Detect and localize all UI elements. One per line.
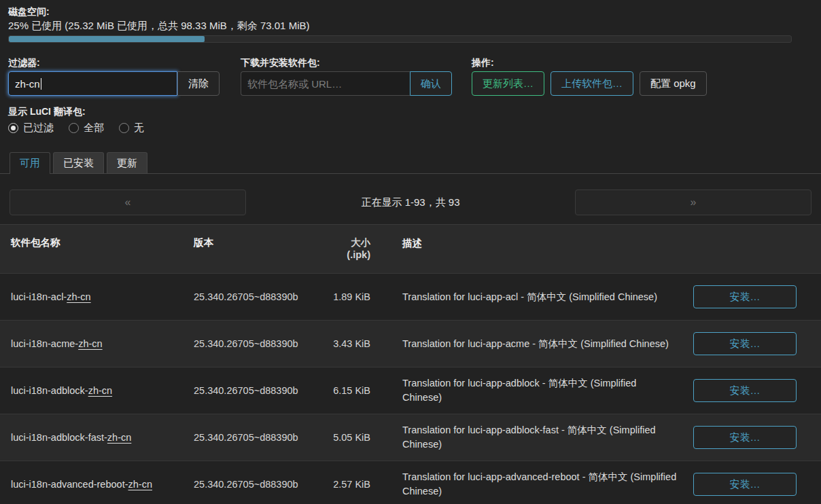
package-version: 25.340.26705~d88390b — [194, 291, 316, 302]
package-description: Translation for luci-app-adblock - 简体中文 … — [381, 376, 693, 405]
radio-icon — [119, 123, 129, 133]
radio-all[interactable]: 全部 — [69, 122, 104, 134]
update-lists-button[interactable]: 更新列表… — [472, 71, 544, 96]
package-name: luci-i18n-acl-zh-cn — [11, 291, 194, 302]
header-version: 版本 — [194, 236, 316, 249]
disk-progress-bar — [8, 35, 792, 43]
download-label: 下载并安装软件包: — [241, 56, 452, 69]
install-button[interactable]: 安装… — [693, 379, 797, 402]
filter-input-value: zh-cn — [15, 78, 40, 90]
package-version: 25.340.26705~d88390b — [194, 432, 316, 443]
header-description: 描述 — [381, 236, 693, 251]
download-group: 下载并安装软件包: 确认 — [241, 56, 452, 96]
disk-space-label: 磁盘空间: — [8, 5, 821, 18]
header-package-name: 软件包名称 — [11, 236, 194, 249]
package-url-input[interactable] — [241, 71, 410, 96]
radio-label: 全部 — [84, 122, 104, 134]
translation-filter-options: 已过滤 全部 无 — [8, 122, 821, 134]
package-size: 2.57 KiB — [316, 479, 381, 490]
package-description: Translation for luci-app-adblock-fast - … — [381, 423, 693, 452]
radio-icon — [8, 123, 18, 133]
header-size: 大小 (.ipk) — [316, 236, 381, 260]
install-button[interactable]: 安装… — [693, 332, 797, 355]
actions-group: 操作: 更新列表… 上传软件包… 配置 opkg — [472, 56, 713, 96]
table-row: luci-i18n-adblock-fast-zh-cn 25.340.2670… — [0, 414, 821, 461]
table-row: luci-i18n-adblock-zh-cn 25.340.26705~d88… — [0, 367, 821, 414]
package-name: luci-i18n-adblock-fast-zh-cn — [11, 432, 194, 443]
radio-label: 已过滤 — [23, 122, 54, 134]
filter-input[interactable]: zh-cn — [8, 71, 177, 96]
package-size: 5.05 KiB — [316, 432, 381, 443]
configure-opkg-button[interactable]: 配置 opkg — [640, 71, 707, 96]
install-button[interactable]: 安装… — [693, 426, 797, 449]
package-description: Translation for luci-app-acl - 简体中文 (Sim… — [381, 290, 693, 304]
disk-space-section: 磁盘空间: 25% 已使用 (25.32 MiB 已使用，总共 98.33 Mi… — [0, 0, 821, 43]
disk-progress-fill — [9, 36, 205, 42]
package-description: Translation for luci-app-acme - 简体中文 (Si… — [381, 337, 693, 351]
package-size: 1.89 KiB — [316, 291, 381, 302]
filter-match: zh-cn — [78, 338, 102, 349]
filter-match: zh-cn — [67, 291, 90, 302]
filter-match: zh-cn — [88, 385, 112, 396]
radio-label: 无 — [134, 122, 144, 134]
table-row: luci-i18n-advanced-reboot-zh-cn 25.340.2… — [0, 461, 821, 504]
radio-icon — [69, 123, 79, 133]
radio-none[interactable]: 无 — [119, 122, 144, 134]
table-header: 软件包名称 版本 大小 (.ipk) 描述 — [0, 225, 821, 274]
package-size: 3.43 KiB — [316, 338, 381, 349]
package-table: 软件包名称 版本 大小 (.ipk) 描述 luci-i18n-acl-zh-c… — [0, 224, 821, 504]
package-name: luci-i18n-adblock-zh-cn — [11, 385, 194, 396]
actions-label: 操作: — [472, 56, 713, 69]
install-button[interactable]: 安装… — [693, 473, 797, 496]
package-name: luci-i18n-advanced-reboot-zh-cn — [11, 479, 194, 490]
table-row: luci-i18n-acme-zh-cn 25.340.26705~d88390… — [0, 321, 821, 367]
translation-filter-label: 显示 LuCI 翻译包: — [8, 105, 821, 118]
clear-filter-button[interactable]: 清除 — [177, 71, 220, 96]
ok-button[interactable]: 确认 — [410, 71, 452, 96]
translation-filter-section: 显示 LuCI 翻译包: 已过滤 全部 无 — [8, 105, 821, 134]
package-name: luci-i18n-acme-zh-cn — [11, 338, 194, 349]
next-page-button[interactable]: » — [575, 190, 811, 215]
tab-installed[interactable]: 已安装 — [53, 152, 104, 173]
package-version: 25.340.26705~d88390b — [194, 479, 316, 490]
filter-group: 过滤器: zh-cn 清除 — [8, 56, 220, 96]
prev-page-button[interactable]: « — [10, 190, 246, 215]
package-size: 6.15 KiB — [316, 385, 381, 396]
tab-bar: 可用 已安装 更新 — [0, 151, 821, 174]
disk-usage-text: 25% 已使用 (25.32 MiB 已使用，总共 98.33 MiB，剩余 7… — [8, 18, 821, 33]
tab-updates[interactable]: 更新 — [107, 152, 147, 173]
package-description: Translation for luci-app-advanced-reboot… — [381, 470, 693, 499]
filter-label: 过滤器: — [8, 56, 220, 69]
text-caret — [41, 78, 41, 90]
radio-filtered[interactable]: 已过滤 — [8, 122, 54, 134]
package-version: 25.340.26705~d88390b — [194, 385, 316, 396]
install-button[interactable]: 安装… — [693, 285, 797, 308]
filter-match: zh-cn — [107, 432, 131, 443]
pagination: « 正在显示 1-93，共 93 » — [10, 190, 811, 215]
filter-match: zh-cn — [128, 479, 152, 490]
package-version: 25.340.26705~d88390b — [194, 338, 316, 349]
pagination-status: 正在显示 1-93，共 93 — [246, 196, 575, 209]
tab-available[interactable]: 可用 — [10, 152, 50, 174]
controls-row: 过滤器: zh-cn 清除 下载并安装软件包: 确认 操作: 更新列表… 上传软… — [0, 56, 821, 96]
upload-package-button[interactable]: 上传软件包… — [551, 71, 633, 96]
table-row: luci-i18n-acl-zh-cn 25.340.26705~d88390b… — [0, 274, 821, 321]
